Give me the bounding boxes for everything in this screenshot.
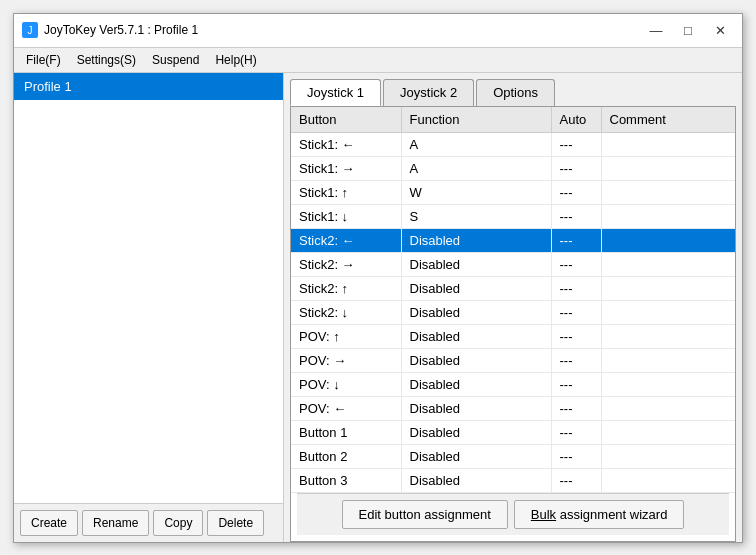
table-row[interactable]: Button 3Disabled---: [291, 468, 735, 492]
cell-button: POV: ↑: [291, 324, 401, 348]
cell-button: POV: ↓: [291, 372, 401, 396]
cell-auto: ---: [551, 468, 601, 492]
sidebar-bottom: Create Rename Copy Delete: [14, 503, 283, 542]
table-row[interactable]: Stick2: ↑Disabled---: [291, 276, 735, 300]
menu-item-settingss[interactable]: Settings(S): [69, 50, 144, 70]
table-row[interactable]: Button 1Disabled---: [291, 420, 735, 444]
cell-function: Disabled: [401, 300, 551, 324]
sidebar-item-profile1[interactable]: Profile 1: [14, 73, 283, 100]
title-bar: J JoyToKey Ver5.7.1 : Profile 1 — □ ✕: [14, 14, 742, 48]
cell-comment: [601, 228, 735, 252]
bulk-assignment-wizard[interactable]: Bulk assignment wizard: [514, 500, 685, 529]
table-row[interactable]: Stick1: ←A---: [291, 132, 735, 156]
main-window: J JoyToKey Ver5.7.1 : Profile 1 — □ ✕ Fi…: [13, 13, 743, 543]
table-row[interactable]: Stick2: ↓Disabled---: [291, 300, 735, 324]
table-row[interactable]: POV: ↑Disabled---: [291, 324, 735, 348]
cell-comment: [601, 276, 735, 300]
cell-comment: [601, 252, 735, 276]
table-row[interactable]: Stick1: ↑W---: [291, 180, 735, 204]
tab-options[interactable]: Options: [476, 79, 555, 106]
table-row[interactable]: POV: →Disabled---: [291, 348, 735, 372]
col-auto: Auto: [551, 107, 601, 133]
table-row[interactable]: POV: ↓Disabled---: [291, 372, 735, 396]
col-button: Button: [291, 107, 401, 133]
cell-button: POV: →: [291, 348, 401, 372]
cell-button: Button 3: [291, 468, 401, 492]
edit-button-assignment[interactable]: Edit button assignment: [342, 500, 508, 529]
sidebar: Profile 1 Create Rename Copy Delete: [14, 73, 284, 542]
button-table: Button Function Auto Comment Stick1: ←A-…: [291, 107, 735, 493]
window-title: JoyToKey Ver5.7.1 : Profile 1: [44, 23, 198, 37]
tab-joystick1[interactable]: Joystick 1: [290, 79, 381, 106]
cell-comment: [601, 468, 735, 492]
cell-auto: ---: [551, 324, 601, 348]
cell-auto: ---: [551, 228, 601, 252]
cell-function: Disabled: [401, 420, 551, 444]
app-icon: J: [22, 22, 38, 38]
cell-function: Disabled: [401, 252, 551, 276]
tab-joystick2[interactable]: Joystick 2: [383, 79, 474, 106]
menu-item-suspend[interactable]: Suspend: [144, 50, 207, 70]
menu-bar: File(F)Settings(S)SuspendHelp(H): [14, 48, 742, 73]
cell-comment: [601, 300, 735, 324]
bulk-prefix: Bulk assignment wizard: [531, 507, 668, 522]
copy-button[interactable]: Copy: [153, 510, 203, 536]
table-row[interactable]: Stick2: ←Disabled---: [291, 228, 735, 252]
cell-comment: [601, 132, 735, 156]
cell-button: Stick1: →: [291, 156, 401, 180]
col-comment: Comment: [601, 107, 735, 133]
cell-function: Disabled: [401, 372, 551, 396]
rename-button[interactable]: Rename: [82, 510, 149, 536]
cell-button: Stick2: →: [291, 252, 401, 276]
cell-button: Stick1: ↓: [291, 204, 401, 228]
cell-comment: [601, 180, 735, 204]
menu-item-helph[interactable]: Help(H): [207, 50, 264, 70]
cell-comment: [601, 420, 735, 444]
cell-function: Disabled: [401, 396, 551, 420]
cell-comment: [601, 324, 735, 348]
cell-auto: ---: [551, 396, 601, 420]
cell-auto: ---: [551, 300, 601, 324]
cell-auto: ---: [551, 180, 601, 204]
right-panel: Joystick 1 Joystick 2 Options Button: [284, 73, 742, 542]
create-button[interactable]: Create: [20, 510, 78, 536]
edit-label: Edit button assignment: [359, 507, 491, 522]
tab-content: Button Function Auto Comment Stick1: ←A-…: [290, 106, 736, 542]
cell-comment: [601, 348, 735, 372]
cell-auto: ---: [551, 348, 601, 372]
cell-function: Disabled: [401, 324, 551, 348]
cell-auto: ---: [551, 444, 601, 468]
close-button[interactable]: ✕: [706, 20, 734, 40]
cell-auto: ---: [551, 204, 601, 228]
table-row[interactable]: Button 2Disabled---: [291, 444, 735, 468]
cell-comment: [601, 156, 735, 180]
delete-button[interactable]: Delete: [207, 510, 264, 536]
table-row[interactable]: POV: ←Disabled---: [291, 396, 735, 420]
cell-function: S: [401, 204, 551, 228]
cell-function: Disabled: [401, 276, 551, 300]
cell-comment: [601, 396, 735, 420]
profile-label: Profile 1: [24, 79, 72, 94]
cell-button: POV: ←: [291, 396, 401, 420]
col-function: Function: [401, 107, 551, 133]
cell-comment: [601, 204, 735, 228]
cell-comment: [601, 372, 735, 396]
cell-function: Disabled: [401, 348, 551, 372]
cell-comment: [601, 444, 735, 468]
cell-button: Button 1: [291, 420, 401, 444]
minimize-button[interactable]: —: [642, 20, 670, 40]
cell-function: Disabled: [401, 228, 551, 252]
table-container[interactable]: Button Function Auto Comment Stick1: ←A-…: [291, 107, 735, 493]
table-row[interactable]: Stick2: →Disabled---: [291, 252, 735, 276]
title-bar-left: J JoyToKey Ver5.7.1 : Profile 1: [22, 22, 198, 38]
menu-item-filef[interactable]: File(F): [18, 50, 69, 70]
cell-function: Disabled: [401, 444, 551, 468]
cell-function: W: [401, 180, 551, 204]
cell-button: Button 2: [291, 444, 401, 468]
table-row[interactable]: Stick1: ↓S---: [291, 204, 735, 228]
table-row[interactable]: Stick1: →A---: [291, 156, 735, 180]
cell-button: Stick2: ←: [291, 228, 401, 252]
cell-auto: ---: [551, 156, 601, 180]
cell-button: Stick1: ↑: [291, 180, 401, 204]
maximize-button[interactable]: □: [674, 20, 702, 40]
